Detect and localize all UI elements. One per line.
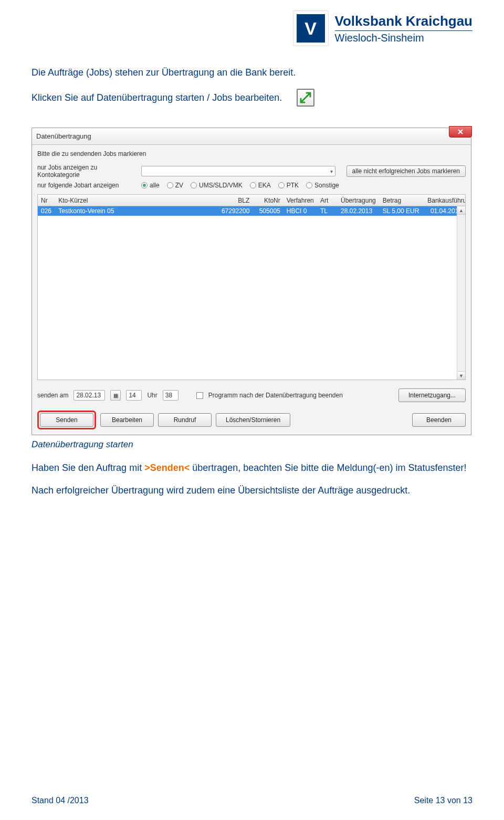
- close-button[interactable]: [449, 126, 472, 138]
- jobart-radio-group: alle ZV UMS/SLD/VMK EKA PTK Sonstige: [141, 182, 339, 189]
- dialog-title: Datenübertragung: [36, 132, 91, 140]
- jobs-table: Nr Kto-Kürzel BLZ KtoNr Verfahren Art Üb…: [37, 194, 466, 380]
- senden-emphasis: >Senden<: [144, 462, 190, 473]
- dialog-titlebar: Datenübertragung: [32, 128, 471, 145]
- exit-after-label: Programm nach der Datenübertragung beend…: [208, 392, 343, 399]
- dialog-button-row: Senden Bearbeiten Rundruf Löschen/Storni…: [32, 407, 471, 435]
- internet-access-button[interactable]: Internetzugang...: [398, 388, 466, 402]
- paragraph-3: Haben Sie den Auftrag mit >Senden< übert…: [32, 461, 472, 475]
- data-transfer-dialog: Datenübertragung Bitte die zu sendenden …: [32, 128, 471, 435]
- dialog-prompt: Bitte die zu sendenden Jobs markieren: [37, 150, 466, 157]
- col-betrag[interactable]: Betrag: [380, 197, 425, 204]
- minute-field[interactable]: 38: [163, 390, 178, 401]
- schedule-bar: senden am 28.02.13 ▦ 14 Uhr 38 Programm …: [32, 384, 471, 407]
- filter-jobart-label: nur folgende Jobart anzeigen: [37, 182, 137, 189]
- beenden-button[interactable]: Beenden: [412, 413, 466, 427]
- radio-eka[interactable]: EKA: [250, 182, 271, 189]
- mark-failed-button[interactable]: alle nicht erfolgreichen Jobs markieren: [346, 165, 466, 177]
- table-row[interactable]: 026 Testkonto-Verein 05 67292200 505005 …: [38, 206, 465, 216]
- scroll-down-icon[interactable]: ▼: [457, 371, 465, 380]
- figure-caption: Datenübertragung starten: [32, 439, 504, 450]
- table-header[interactable]: Nr Kto-Kürzel BLZ KtoNr Verfahren Art Üb…: [38, 195, 465, 206]
- bearbeiten-button[interactable]: Bearbeiten: [100, 413, 154, 427]
- table-scrollbar[interactable]: ▲ ▼: [457, 206, 465, 380]
- scroll-up-icon[interactable]: ▲: [457, 206, 465, 215]
- col-verfahren[interactable]: Verfahren: [284, 197, 317, 204]
- start-transfer-icon: [297, 89, 314, 107]
- col-blz[interactable]: BLZ: [213, 197, 253, 204]
- radio-ums[interactable]: UMS/SLD/VMK: [191, 182, 243, 189]
- filter-category-label: nur Jobs anzeigen zu Kontokategorie: [37, 164, 137, 178]
- senden-highlight: Senden: [37, 411, 96, 429]
- col-art[interactable]: Art: [317, 197, 338, 204]
- footer-right: Seite 13 von 13: [414, 796, 472, 805]
- col-ktonr[interactable]: KtoNr: [253, 197, 283, 204]
- radio-zv[interactable]: ZV: [167, 182, 183, 189]
- col-uebertragung[interactable]: Übertragung: [338, 197, 380, 204]
- senden-am-label: senden am: [37, 392, 68, 399]
- col-kto[interactable]: Kto-Kürzel: [55, 197, 213, 204]
- senden-button[interactable]: Senden: [40, 413, 93, 427]
- brand-line1: Volksbank Kraichgau: [335, 13, 473, 29]
- footer-left: Stand 04 /2013: [32, 796, 89, 805]
- radio-sonstige[interactable]: Sonstige: [306, 182, 339, 189]
- rundruf-button[interactable]: Rundruf: [158, 413, 212, 427]
- date-field[interactable]: 28.02.13: [74, 390, 105, 401]
- page-footer: Stand 04 /2013 Seite 13 von 13: [32, 796, 472, 805]
- hour-field[interactable]: 14: [126, 390, 142, 401]
- brand-line2: Wiesloch-Sinsheim: [335, 30, 473, 44]
- table-body[interactable]: 026 Testkonto-Verein 05 67292200 505005 …: [38, 206, 465, 380]
- brand-logo: V: [293, 10, 329, 46]
- uhr-label: Uhr: [147, 392, 157, 399]
- paragraph-4: Nach erfolgreicher Übertragung wird zude…: [32, 484, 472, 497]
- brand-header: V Volksbank Kraichgau Wiesloch-Sinsheim: [0, 0, 504, 51]
- col-bankausfuehrung[interactable]: Bankausführung: [424, 197, 465, 204]
- exit-after-transfer-checkbox[interactable]: [196, 392, 203, 399]
- paragraph-1: Die Aufträge (Jobs) stehen zur Übertragu…: [32, 66, 472, 79]
- radio-alle[interactable]: alle: [141, 182, 160, 189]
- chevron-down-icon: ▾: [330, 169, 333, 174]
- paragraph-2: Klicken Sie auf Datenübertragung starten…: [32, 91, 282, 104]
- loeschen-button[interactable]: Löschen/Stornieren: [216, 413, 290, 427]
- category-combobox[interactable]: ▾: [141, 166, 335, 176]
- calendar-icon[interactable]: ▦: [110, 390, 121, 401]
- col-nr[interactable]: Nr: [38, 197, 55, 204]
- radio-ptk[interactable]: PTK: [278, 182, 299, 189]
